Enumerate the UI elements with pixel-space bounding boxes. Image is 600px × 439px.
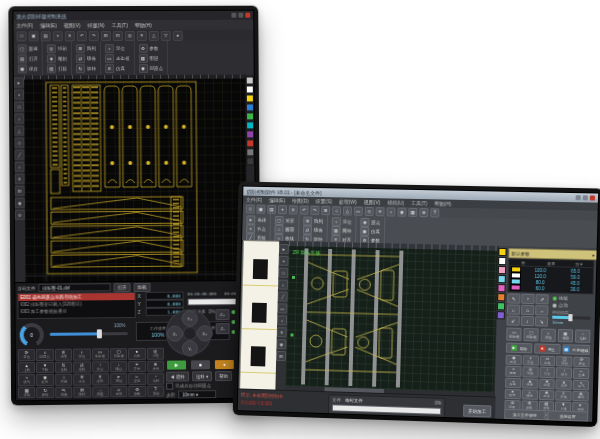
palette-color[interactable] [246,130,254,138]
menu-item[interactable]: 绘图(D) [289,197,312,203]
palette-color[interactable] [498,266,506,274]
palette-color[interactable] [246,148,254,156]
tool-icon[interactable]: ⊘ [15,210,25,220]
left-canvas[interactable] [24,79,247,283]
toolbar-icon[interactable]: ↶ [300,205,309,214]
machine-button[interactable]: ⟳复位 [573,357,589,368]
toolbar-icon[interactable]: ⊟ [113,31,123,41]
tool-icon[interactable]: ≡ [277,327,287,337]
machine-button[interactable]: ▼下料 [36,361,54,373]
jog-button[interactable]: ↑ [521,294,534,304]
tool-icon[interactable]: ⌖ [277,315,287,325]
toolbar-icon[interactable]: △ [343,206,352,215]
radio-option[interactable]: 点动 [552,302,591,310]
toolbar-icon[interactable]: ↶ [77,31,87,41]
palette-color[interactable] [497,311,505,319]
machine-button[interactable]: ▭边框 [539,356,555,367]
palette-color[interactable] [246,112,254,120]
jog-button[interactable]: ↖ [507,293,520,303]
menu-item[interactable]: 设置(S) [313,198,335,204]
toolbar-icon[interactable]: ⊞ [101,31,111,41]
palette-color[interactable] [246,76,254,84]
log-row[interactable]: I003 加工参数校验通过 [18,307,134,315]
step-combo[interactable]: 10mm ▾ [178,390,216,398]
ribbon-item[interactable]: ◉回原点 [139,63,164,72]
ribbon-item[interactable]: ⌖定位 [332,217,352,226]
toolbar-icon[interactable]: ○ [332,206,341,215]
machine-button[interactable]: ↓降台 [110,361,127,373]
menu-item[interactable]: 模拟(U) [384,199,407,205]
ribbon-item[interactable]: +节点 [246,224,266,233]
machine-button[interactable]: ❄水冷 [73,373,90,385]
unload-file-button[interactable]: 卸载 [134,282,151,291]
palette-color[interactable] [246,94,254,102]
jog-button[interactable]: ↗ [535,294,548,304]
right-canvas[interactable]: ZR 双头互移 [285,246,499,392]
menu-item[interactable]: 工具(T) [108,22,130,28]
toolbar-icon[interactable]: ? [430,208,439,217]
machine-button[interactable]: ▢切边框 [110,348,127,360]
toolbar-icon[interactable]: + [278,205,287,214]
panel-bottom-button[interactable]: 系统设置 [547,410,588,421]
machine-button[interactable]: ▦排版 [18,387,36,399]
machine-button[interactable]: ⌂回零 [505,366,521,377]
z-jog-button[interactable]: Z- [216,323,230,334]
machine-button[interactable]: ⟳复位 [18,349,36,361]
ribbon-item[interactable]: ↻旋转 [76,64,96,73]
ribbon-item[interactable]: ⇄镜像 [76,54,96,63]
tool-icon[interactable]: □ [14,102,24,112]
aux-button[interactable]: 送料 ▾ [192,371,213,381]
toolbar-icon[interactable]: ↷ [89,31,99,41]
machine-button[interactable]: ▸测试 [110,373,127,385]
z-jog-button[interactable]: Z+ [216,309,230,320]
machine-button[interactable]: ▢切割 [556,356,572,367]
slider-knob[interactable] [568,314,572,321]
start-job-button[interactable]: 开始加工 [463,405,491,418]
action-button[interactable]: ⌖定位 [540,328,556,342]
ribbon-item[interactable]: ≋仿真 [105,64,130,73]
ribbon-item[interactable]: ▣仿真 [360,227,380,236]
palette-color[interactable] [246,157,254,165]
palette-color[interactable] [246,103,254,111]
left-window-buttons[interactable] [231,13,253,18]
menu-item[interactable]: 工具(T) [408,200,430,206]
machine-button[interactable]: ⇄退料 [73,361,90,373]
machine-button[interactable]: ◉原点 [506,355,522,366]
speed-slider[interactable] [50,332,128,336]
machine-button[interactable]: ⚙参数 [129,385,146,397]
machine-button[interactable]: →右移 [505,377,521,388]
toolbar-icon[interactable]: ⌖ [386,207,395,216]
toolbar-icon[interactable]: ▣ [256,204,265,213]
menu-item[interactable]: 编辑(E) [266,197,288,203]
jog-button[interactable]: ↘ [535,316,548,326]
machine-button[interactable]: ◎对焦 [522,366,538,377]
tool-icon[interactable]: ► [14,77,24,87]
menu-item[interactable]: 视图(V) [361,199,384,205]
transport-button[interactable]: ■停止 [534,343,560,354]
machine-button[interactable]: ▼后退 [539,378,555,389]
jog-button[interactable]: → [535,305,548,315]
tool-icon[interactable]: ⌖ [14,162,24,172]
toolbar-icon[interactable]: ≡ [376,207,385,216]
ribbon-item[interactable]: ⌖定位 [105,44,130,53]
machine-button[interactable]: ☀开光 [128,360,145,372]
toolbar-icon[interactable]: □ [17,31,27,41]
toolbar-icon[interactable]: ≡ [137,30,147,40]
palette-color[interactable] [498,248,506,256]
ribbon-item[interactable]: ◈雕刻 [47,54,67,63]
toolbar-icon[interactable]: △ [149,30,159,40]
machine-button[interactable]: ☀红光 [505,389,521,400]
toolbar-icon[interactable]: ✕ [65,31,75,41]
action-button[interactable]: ▢切边框 [523,328,539,342]
action-button[interactable]: ◔估时 [575,329,591,343]
tool-icon[interactable]: ◉ [15,198,25,208]
action-button[interactable]: ▣模拟 [557,329,573,343]
tool-icon[interactable]: ○ [278,280,288,290]
machine-button[interactable]: ⊗关光 [147,360,164,372]
jog-button[interactable]: ↙ [507,315,520,325]
ribbon-item[interactable]: ▥打标 [47,64,67,73]
file-field[interactable]: 排版图-01.dxf [38,283,110,292]
ribbon-item[interactable]: ⊞阵列 [76,44,96,53]
palette-color[interactable] [246,85,254,93]
tool-icon[interactable]: ⊞ [276,351,286,361]
